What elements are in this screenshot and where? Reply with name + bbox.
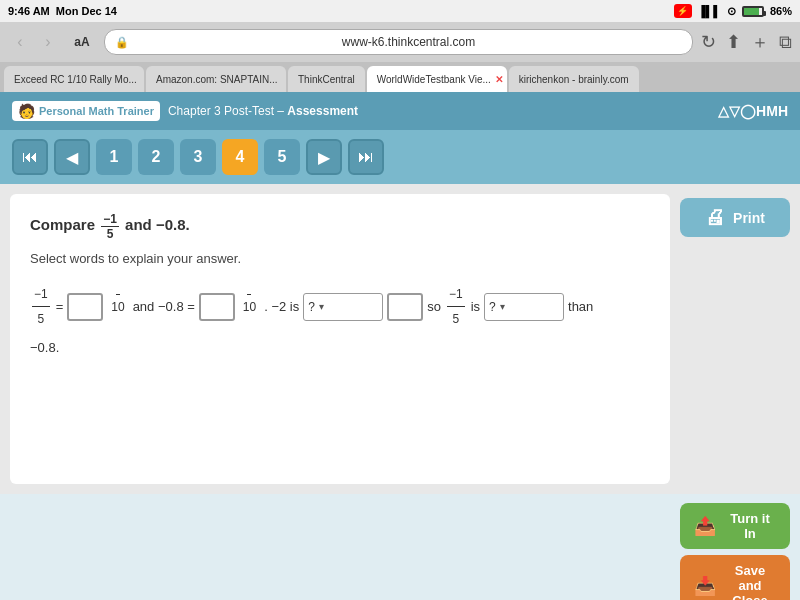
browser-nav-buttons: ‹ › — [8, 30, 60, 54]
tab-amazon-label: Amazon.com: SNAPTAIN... — [156, 74, 278, 85]
question-4-button[interactable]: 4 — [222, 139, 258, 175]
new-tab-button[interactable]: ＋ — [751, 30, 769, 54]
question-instruction: Select words to explain your answer. — [30, 251, 650, 266]
tab-thinkcentral-label: ThinkCentral — [298, 74, 355, 85]
status-right: ▐▌▌ ⊙ 86% — [674, 4, 792, 18]
pmt-logo-icon: 🧑 — [18, 103, 35, 119]
save-close-label: Save and Close — [724, 563, 776, 600]
so-fraction: −1 5 — [447, 282, 465, 331]
math-expression-line: −1 5 = 10 and −0.8 = 10 . −2 is ? ▾ so — [30, 282, 650, 331]
and-neg08-label: and −0.8. — [125, 216, 190, 233]
question-1-button[interactable]: 1 — [96, 139, 132, 175]
tabs-overview-button[interactable]: ⧉ — [779, 30, 792, 54]
back-button[interactable]: ‹ — [8, 30, 32, 54]
question-5-button[interactable]: 5 — [264, 139, 300, 175]
reload-button[interactable]: ↻ — [701, 30, 716, 54]
blank-input-3[interactable] — [387, 293, 423, 321]
tab-brainly[interactable]: kirichenkon - brainly.com — [509, 66, 639, 92]
chapter-label: Chapter 3 Post-Test – — [168, 104, 284, 118]
side-action-buttons: 📤 Turn it In 📥 Save and Close — [0, 503, 800, 600]
tab-worldwidetestbank[interactable]: WorldWideTestbank Vie... ✕ — [367, 66, 507, 92]
expr-fraction-1: −1 5 — [32, 282, 50, 331]
print-button[interactable]: 🖨 Print — [680, 198, 790, 237]
question-panel: Compare −1 5 and −0.8. Select words to e… — [10, 194, 670, 484]
dropdown-1-value: ? — [308, 295, 315, 319]
nav-last-button[interactable]: ⏭ — [348, 139, 384, 175]
tab-exceed-label: Exceed RC 1/10 Rally Mo... — [14, 74, 137, 85]
question-3-button[interactable]: 3 — [180, 139, 216, 175]
so-den: 5 — [450, 307, 461, 331]
over-10-frac-1: 10 — [109, 294, 126, 319]
turn-it-in-icon: 📤 — [694, 515, 716, 537]
lock-icon: 🔒 — [115, 36, 129, 49]
hmh-logo: △▽◯HMH — [718, 103, 788, 119]
dropdown-1[interactable]: ? ▾ — [303, 293, 383, 321]
tab-thinkcentral[interactable]: ThinkCentral — [288, 66, 365, 92]
url-text: www-k6.thinkcentral.com — [135, 35, 682, 49]
dropdown-1-arrow: ▾ — [319, 297, 324, 317]
pmt-logo: 🧑 Personal Math Trainer — [12, 101, 160, 121]
expr-numerator-1: −1 — [32, 282, 50, 307]
reader-mode-button[interactable]: aA — [68, 30, 96, 54]
app-title-area: 🧑 Personal Math Trainer Chapter 3 Post-T… — [12, 101, 358, 121]
turn-it-in-button[interactable]: 📤 Turn it In — [680, 503, 790, 549]
print-label: Print — [733, 210, 765, 226]
wifi-icon: ⊙ — [727, 5, 736, 18]
dropdown-2[interactable]: ? ▾ — [484, 293, 564, 321]
expr-denominator-1: 5 — [36, 307, 47, 331]
address-bar[interactable]: 🔒 www-k6.thinkcentral.com — [104, 29, 693, 55]
browser-chrome: ‹ › aA 🔒 www-k6.thinkcentral.com ↻ ⬆ ＋ ⧉ — [0, 22, 800, 62]
result-text: −0.8. — [30, 335, 59, 361]
so-label: so — [427, 294, 441, 320]
pmt-logo-text: Personal Math Trainer — [39, 105, 154, 117]
print-icon: 🖨 — [705, 206, 725, 229]
turn-it-in-label: Turn it In — [724, 511, 776, 541]
is-label: is — [471, 294, 480, 320]
tab-worldwidetestbank-label: WorldWideTestbank Vie... — [377, 74, 491, 85]
main-area: Compare −1 5 and −0.8. Select words to e… — [0, 184, 800, 494]
browser-tabs: Exceed RC 1/10 Rally Mo... Amazon.com: S… — [0, 62, 800, 92]
dropdown-2-arrow: ▾ — [500, 297, 505, 317]
bottom-area: 📤 Turn it In 📥 Save and Close — [0, 494, 800, 600]
tab-close-icon[interactable]: ✕ — [495, 74, 503, 85]
signal-icon: ▐▌▌ — [698, 5, 721, 17]
blank-input-2[interactable] — [199, 293, 235, 321]
save-close-icon: 📥 — [694, 575, 716, 597]
over10-den-2: 10 — [241, 295, 258, 319]
nav-first-button[interactable]: ⏮ — [12, 139, 48, 175]
question-title: Compare −1 5 and −0.8. — [30, 212, 650, 241]
result-line: −0.8. — [30, 335, 650, 361]
tab-exceed[interactable]: Exceed RC 1/10 Rally Mo... — [4, 66, 144, 92]
over10-den-1: 10 — [109, 295, 126, 319]
forward-button[interactable]: › — [36, 30, 60, 54]
and-dec-label: and −0.8 = — [133, 294, 195, 320]
blank-input-1[interactable] — [67, 293, 103, 321]
status-left: 9:46 AM Mon Dec 14 — [8, 5, 117, 17]
browser-toolbar-right: ↻ ⬆ ＋ ⧉ — [701, 30, 792, 54]
battery-indicator — [742, 6, 764, 17]
fraction-numerator: −1 — [101, 212, 119, 227]
tab-brainly-label: kirichenkon - brainly.com — [519, 74, 629, 85]
equals-sign-1: = — [56, 294, 64, 320]
dropdown-2-value: ? — [489, 295, 496, 319]
over-10-frac-2: 10 — [241, 294, 258, 319]
than-label: than — [568, 294, 593, 320]
side-panel: 🖨 Print — [680, 194, 790, 484]
status-bar: 9:46 AM Mon Dec 14 ▐▌▌ ⊙ 86% — [0, 0, 800, 22]
nav-prev-button[interactable]: ◀ — [54, 139, 90, 175]
date-display: Mon Dec 14 — [56, 5, 117, 17]
tab-amazon[interactable]: Amazon.com: SNAPTAIN... — [146, 66, 286, 92]
dot-text: . −2 is — [264, 294, 299, 320]
chapter-text: Chapter 3 Post-Test – Assessment — [168, 104, 358, 118]
compare-label: Compare — [30, 216, 99, 233]
assessment-label: Assessment — [287, 104, 358, 118]
nav-next-button[interactable]: ▶ — [306, 139, 342, 175]
save-and-close-button[interactable]: 📥 Save and Close — [680, 555, 790, 600]
app-header: 🧑 Personal Math Trainer Chapter 3 Post-T… — [0, 92, 800, 130]
fraction-neg1-5: −1 5 — [101, 212, 119, 241]
so-num: −1 — [447, 282, 465, 307]
question-2-button[interactable]: 2 — [138, 139, 174, 175]
nav-bar: ⏮ ◀ 1 2 3 4 5 ▶ ⏭ — [0, 130, 800, 184]
battery-charging-icon — [674, 4, 692, 18]
share-button[interactable]: ⬆ — [726, 30, 741, 54]
